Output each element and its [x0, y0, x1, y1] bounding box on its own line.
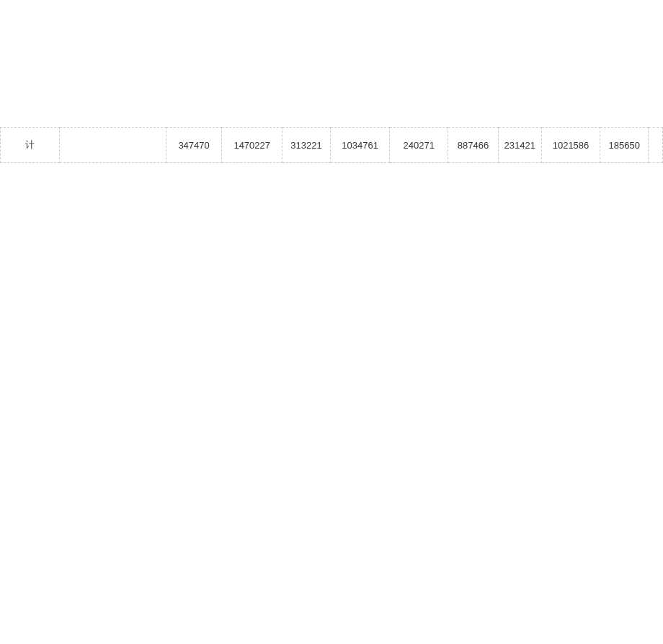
data-cell: 240271	[390, 128, 448, 163]
blank-cell	[60, 128, 166, 163]
data-cell: 185650	[600, 128, 649, 163]
data-cell: 1021586	[541, 128, 600, 163]
data-table: 计 347470 1470227 313221 1034761 240271 8…	[0, 127, 663, 163]
data-cell: 347470	[166, 128, 222, 163]
data-cell-partial	[649, 128, 663, 163]
table-container: 计 347470 1470227 313221 1034761 240271 8…	[0, 127, 663, 163]
data-cell: 313221	[282, 128, 331, 163]
data-cell: 1470227	[222, 128, 282, 163]
data-cell: 1034761	[330, 128, 390, 163]
table-row: 计 347470 1470227 313221 1034761 240271 8…	[1, 128, 663, 163]
row-label-cell: 计	[1, 128, 60, 163]
data-cell: 887466	[448, 128, 499, 163]
data-cell: 231421	[498, 128, 541, 163]
